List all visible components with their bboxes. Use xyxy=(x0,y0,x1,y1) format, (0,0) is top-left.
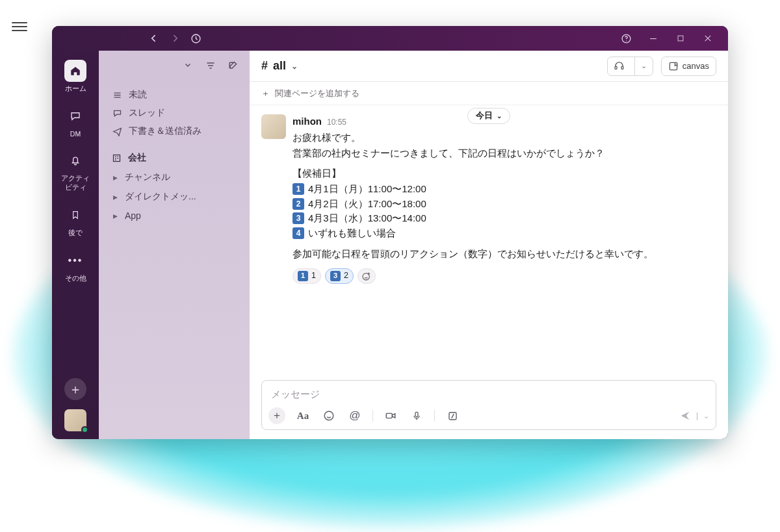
reaction-pill[interactable]: 32 xyxy=(325,268,354,284)
channel-name-button[interactable]: # all ⌄ xyxy=(261,59,298,73)
send-options-button[interactable]: ⌄ xyxy=(703,412,709,420)
caret-right-icon: ▸ xyxy=(112,192,118,202)
message-text: お疲れ様です。 xyxy=(292,131,716,146)
rail-activity-label1: アクティ xyxy=(61,174,90,183)
sidebar-apps[interactable]: ▸ App xyxy=(108,207,240,225)
chevron-down-icon: ⌄ xyxy=(497,111,502,121)
bell-icon xyxy=(64,149,86,171)
headphones-icon xyxy=(608,57,630,75)
rail-dm[interactable]: DM xyxy=(64,105,86,138)
poll-option: 34月3日（水）13:00〜14:00 xyxy=(292,211,716,226)
canvas-icon xyxy=(668,61,679,71)
nav-back-icon[interactable] xyxy=(148,32,160,44)
window-close-icon[interactable] xyxy=(702,32,714,44)
svg-rect-5 xyxy=(114,155,120,161)
composer-input[interactable]: メッセージ xyxy=(262,381,716,403)
sidebar-workspace[interactable]: 会社 xyxy=(108,148,240,168)
number-emoji-icon: 2 xyxy=(292,198,304,210)
slack-window: ホーム DM アクティ ビティ 後で xyxy=(52,26,728,439)
svg-rect-8 xyxy=(670,62,677,70)
message-timestamp: 10:55 xyxy=(327,116,346,128)
poll-option-text: 4月2日（火）17:00〜18:00 xyxy=(308,197,426,212)
poll-option: 24月2日（火）17:00〜18:00 xyxy=(292,197,716,212)
message-text: 参加可能な日程を冒頭のリアクション（数字）でお知らせいただけると幸いです。 xyxy=(292,247,716,262)
message-text: 営業部の社内セミナーにつきまして、下記の日程はいかがでしょうか？ xyxy=(292,146,716,161)
compose-icon[interactable] xyxy=(228,60,239,72)
rail-dm-label: DM xyxy=(70,130,81,138)
poll-option: 14月1日（月）11:00〜12:00 xyxy=(292,182,716,197)
rail-more-label: その他 xyxy=(65,274,86,283)
shortcut-button[interactable] xyxy=(444,407,461,424)
audio-button[interactable] xyxy=(408,407,425,424)
svg-rect-12 xyxy=(415,412,418,416)
format-button[interactable]: Aa xyxy=(294,407,311,424)
caret-right-icon: ▸ xyxy=(112,210,118,221)
sidebar-threads[interactable]: スレッド xyxy=(108,104,240,122)
threads-icon xyxy=(112,108,122,118)
workspace-chevron-icon[interactable] xyxy=(183,60,195,72)
titlebar xyxy=(52,26,728,51)
poll-option-text: 4月3日（水）13:00〜14:00 xyxy=(308,211,426,226)
hash-icon: # xyxy=(261,59,268,73)
nav-rail: ホーム DM アクティ ビティ 後で xyxy=(52,51,99,439)
send-button[interactable] xyxy=(679,410,691,422)
hamburger-icon[interactable] xyxy=(12,19,27,34)
rail-later[interactable]: 後で xyxy=(64,204,86,238)
avatar[interactable] xyxy=(261,114,286,139)
sidebar-apps-label: App xyxy=(125,210,141,221)
add-related-page[interactable]: ＋ 関連ページを追加する xyxy=(250,82,728,105)
nav-forward-icon[interactable] xyxy=(169,32,181,44)
date-divider[interactable]: 今日 ⌄ xyxy=(467,108,510,124)
rail-activity[interactable]: アクティ ビティ xyxy=(61,149,90,192)
building-icon xyxy=(112,153,122,163)
sidebar-threads-label: スレッド xyxy=(129,107,165,119)
svg-rect-7 xyxy=(621,66,623,69)
channel-name-label: all xyxy=(273,59,286,73)
svg-rect-11 xyxy=(386,413,392,418)
poll-option-text: いずれも難しい場合 xyxy=(308,226,396,241)
caret-right-icon: ▸ xyxy=(112,172,118,183)
number-emoji-icon: 1 xyxy=(298,271,308,281)
reaction-pill[interactable]: 11 xyxy=(292,268,321,284)
reaction-count: 2 xyxy=(344,270,348,282)
sidebar-channels[interactable]: ▸ チャンネル xyxy=(108,168,240,187)
rail-home[interactable]: ホーム xyxy=(64,60,86,94)
number-emoji-icon: 3 xyxy=(292,212,304,224)
mention-button[interactable]: @ xyxy=(346,407,363,424)
message: mihon 10:55 お疲れ様です。 営業部の社内セミナーにつきまして、下記の… xyxy=(261,114,716,284)
message-username[interactable]: mihon xyxy=(292,114,322,129)
sidebar-drafts[interactable]: 下書き＆送信済み xyxy=(108,122,240,140)
sidebar-dms[interactable]: ▸ ダイレクトメッ... xyxy=(108,187,240,207)
filter-icon[interactable] xyxy=(205,60,217,72)
reaction-count: 1 xyxy=(311,270,316,282)
rail-home-label: ホーム xyxy=(65,84,86,94)
message-list: 今日 ⌄ mihon 10:55 お疲れ様です。 営業部の社内セミナーにつきまし… xyxy=(250,105,728,380)
emoji-button[interactable] xyxy=(320,407,337,424)
add-reaction-button[interactable] xyxy=(358,268,376,284)
window-maximize-icon[interactable] xyxy=(675,32,686,44)
video-button[interactable] xyxy=(382,407,399,424)
send-icon xyxy=(112,127,122,136)
huddle-button[interactable]: ⌄ xyxy=(607,57,653,76)
number-emoji-icon: 1 xyxy=(292,183,304,195)
message-composer: メッセージ + Aa @ xyxy=(261,380,716,430)
rail-more[interactable]: ••• その他 xyxy=(64,249,86,283)
attach-button[interactable]: + xyxy=(268,407,285,424)
svg-rect-6 xyxy=(615,66,617,69)
sidebar-unread-label: 未読 xyxy=(129,89,147,101)
sidebar-unread[interactable]: 未読 xyxy=(108,86,240,104)
svg-rect-3 xyxy=(650,38,656,39)
window-minimize-icon[interactable] xyxy=(647,32,659,44)
sidebar-dms-label: ダイレクトメッ... xyxy=(125,191,196,203)
compose-button[interactable]: ＋ xyxy=(64,378,86,400)
help-icon[interactable] xyxy=(620,32,632,44)
number-emoji-icon: 3 xyxy=(330,271,341,281)
user-avatar[interactable] xyxy=(64,409,86,431)
channel-header: # all ⌄ ⌄ canvas xyxy=(250,51,728,82)
history-icon[interactable] xyxy=(190,32,202,44)
canvas-button[interactable]: canvas xyxy=(661,57,716,76)
sidebar: 未読 スレッド 下書き＆送信済み 会社 ▸ チャンネル xyxy=(99,51,250,439)
chevron-down-icon: ⌄ xyxy=(634,57,653,75)
more-icon: ••• xyxy=(64,249,86,272)
sidebar-drafts-label: 下書き＆送信済み xyxy=(129,125,202,137)
